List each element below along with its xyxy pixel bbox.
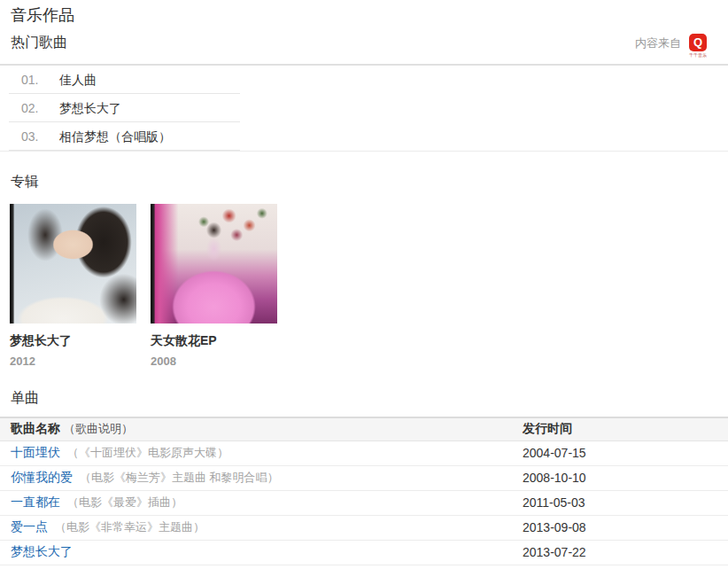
album-title: 梦想长大了: [10, 333, 136, 349]
album-title: 天女散花EP: [151, 333, 277, 349]
qianqian-music-q-icon: Q: [689, 34, 707, 51]
hot-song-title: 梦想长大了: [59, 94, 121, 121]
hot-song-rank: 03.: [9, 122, 59, 150]
album-year: 2008: [151, 355, 277, 368]
single-row: 一直都在 （电影《最爱》插曲） 2011-05-03: [0, 490, 728, 515]
song-note: （电影《非常幸运》主题曲）: [55, 520, 205, 534]
content-source-label: 内容来自: [635, 35, 681, 60]
single-name-cell: 你懂我的爱 （电影《梅兰芳》主题曲 和黎明合唱）: [0, 465, 512, 490]
hot-song-row[interactable]: 01. 佳人曲: [9, 66, 240, 94]
single-release-date: 2013-09-08: [512, 515, 728, 540]
song-note: （电影《最爱》插曲）: [67, 495, 182, 509]
hot-song-title: 佳人曲: [59, 66, 97, 93]
content-source: 内容来自 Q 千千音乐: [635, 34, 709, 62]
hot-song-row[interactable]: 03. 相信梦想（合唱版）: [9, 122, 240, 151]
singles-table: 歌曲名称 （歌曲说明） 发行时间 十面埋伏 （《十面埋伏》电影原声大碟） 200…: [0, 417, 728, 565]
hot-songs-header: 热门歌曲 内容来自 Q 千千音乐: [0, 25, 728, 66]
song-note: （电影《梅兰芳》主题曲 和黎明合唱）: [80, 471, 279, 484]
hot-song-row[interactable]: 02. 梦想长大了: [9, 94, 240, 122]
album-year: 2012: [10, 355, 136, 368]
column-header-song-name: 歌曲名称 （歌曲说明）: [0, 417, 512, 440]
single-release-date: 2004-07-15: [512, 440, 728, 465]
singles-table-header-row: 歌曲名称 （歌曲说明） 发行时间: [0, 417, 728, 440]
page-title: 音乐作品: [0, 0, 728, 25]
song-link[interactable]: 梦想长大了: [11, 544, 73, 558]
single-row: 梦想长大了 2013-07-22: [0, 540, 728, 565]
single-name-cell: 梦想长大了: [0, 540, 512, 565]
single-name-cell: 十面埋伏 （《十面埋伏》电影原声大碟）: [0, 440, 512, 465]
hot-songs-list: 01. 佳人曲 02. 梦想长大了 03. 相信梦想（合唱版）: [9, 66, 240, 151]
single-release-date: 2011-05-03: [512, 490, 728, 515]
column-header-release-date: 发行时间: [512, 417, 728, 440]
album-card[interactable]: 梦想长大了 2012: [10, 204, 136, 368]
song-note: （《十面埋伏》电影原声大碟）: [67, 446, 228, 459]
album-card[interactable]: 天女散花EP 2008: [151, 204, 277, 368]
hot-song-rank: 02.: [9, 94, 59, 121]
album-cover-image: [151, 204, 277, 323]
single-row: 十面埋伏 （《十面埋伏》电影原声大碟） 2004-07-15: [0, 440, 728, 465]
column-header-song-note-label: （歌曲说明）: [64, 422, 133, 435]
album-cover-image: [10, 204, 136, 323]
single-release-date: 2008-10-10: [512, 465, 728, 490]
song-link[interactable]: 一直都在: [11, 495, 60, 509]
single-row: 你懂我的爱 （电影《梅兰芳》主题曲 和黎明合唱） 2008-10-10: [0, 465, 728, 490]
song-link[interactable]: 你懂我的爱: [11, 470, 73, 484]
song-link[interactable]: 爱一点: [11, 519, 48, 534]
single-name-cell: 一直都在 （电影《最爱》插曲）: [0, 490, 512, 515]
single-release-date: 2013-07-22: [512, 540, 728, 565]
hot-song-rank: 01.: [9, 66, 59, 93]
albums-section: 专辑 梦想长大了 2012 天女散花EP 2008: [0, 173, 728, 368]
column-header-song-name-label: 歌曲名称: [11, 421, 60, 435]
hot-songs-heading: 热门歌曲: [11, 34, 67, 52]
single-row: 爱一点 （电影《非常幸运》主题曲） 2013-09-08: [0, 515, 728, 540]
song-link[interactable]: 十面埋伏: [11, 445, 60, 459]
hot-songs-section: 热门歌曲 内容来自 Q 千千音乐 01. 佳人曲 02. 梦想长大了: [0, 25, 728, 152]
albums-row: 梦想长大了 2012 天女散花EP 2008: [10, 204, 728, 368]
singles-heading: 单曲: [11, 389, 728, 408]
qianqian-music-logo[interactable]: Q 千千音乐: [687, 34, 709, 62]
singles-section: 单曲 歌曲名称 （歌曲说明） 发行时间 十面埋伏 （《十面埋伏》电影原声大碟）: [0, 389, 728, 565]
single-name-cell: 爱一点 （电影《非常幸运》主题曲）: [0, 515, 512, 540]
hot-song-title: 相信梦想（合唱版）: [59, 122, 171, 150]
qianqian-music-logo-label: 千千音乐: [689, 52, 707, 58]
music-works-page: 音乐作品 热门歌曲 内容来自 Q 千千音乐 01. 佳人曲 02.: [0, 0, 728, 569]
albums-heading: 专辑: [11, 173, 728, 191]
